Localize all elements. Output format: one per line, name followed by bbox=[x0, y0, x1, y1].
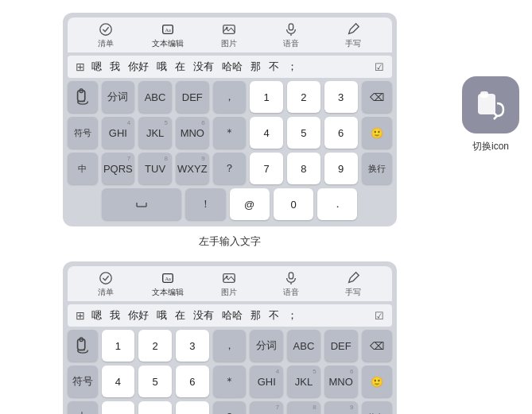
suggestion-check-lh[interactable]: ☑ bbox=[371, 59, 387, 75]
toolbar-item-image[interactable]: 图片 bbox=[212, 22, 247, 49]
rh-key-tuv[interactable]: 8TUV bbox=[287, 401, 320, 414]
suggestion-2-lh[interactable]: 你好 bbox=[128, 60, 149, 74]
rh-key-fenchi[interactable]: 分词 bbox=[250, 330, 283, 362]
rh-suggestion-check[interactable]: ☑ bbox=[371, 308, 387, 323]
suggestion-9-lh[interactable]: ； bbox=[287, 60, 297, 74]
lh-key-dot[interactable]: ． bbox=[317, 188, 357, 220]
toolbar-item-mic[interactable]: 语音 bbox=[274, 22, 309, 49]
rh-key-1[interactable]: 1 bbox=[102, 330, 135, 362]
rh-key-def[interactable]: DEF bbox=[324, 330, 358, 362]
rh-symbol-key[interactable]: 符号 bbox=[68, 366, 98, 397]
rh-key-jkl[interactable]: 5JKL bbox=[287, 366, 320, 397]
key-area-lh: 符号 中 分词 ABC DEF ， 1 bbox=[68, 81, 392, 220]
lh-key-return[interactable]: 换行 bbox=[362, 153, 392, 184]
lh-side-key-chinese[interactable]: 中 bbox=[68, 153, 98, 184]
rh-toolbar-mic[interactable]: 语音 bbox=[274, 271, 309, 298]
lh-key-def[interactable]: DEF bbox=[176, 81, 209, 113]
rh-chinese-key[interactable]: 中 bbox=[68, 401, 98, 414]
lh-side-key-clip[interactable] bbox=[68, 81, 98, 113]
lh-side-key-symbol[interactable]: 符号 bbox=[68, 117, 98, 149]
lh-key-7[interactable]: 7 bbox=[250, 153, 283, 184]
lh-key-delete[interactable]: ⌫ bbox=[362, 81, 392, 113]
rh-key-emoji[interactable]: 🙂 bbox=[362, 366, 392, 397]
rh-suggestion-8[interactable]: 不 bbox=[269, 308, 279, 323]
suggestion-4-lh[interactable]: 在 bbox=[175, 60, 185, 74]
switch-label: 切换icon bbox=[472, 140, 509, 153]
lh-key-abc[interactable]: ABC bbox=[138, 81, 172, 113]
toolbar-item-pen[interactable]: 手写 bbox=[336, 22, 371, 49]
rh-key-7[interactable]: 7 bbox=[102, 401, 135, 414]
lh-key-fenchi[interactable]: 分词 bbox=[102, 81, 135, 113]
grid-icon-lh[interactable]: ⊞ bbox=[72, 59, 88, 75]
rh-toolbar-text[interactable]: Aa 文本编辑 bbox=[150, 271, 185, 298]
rh-key-ghi[interactable]: 4GHI bbox=[250, 366, 283, 397]
rh-suggestion-5[interactable]: 没有 bbox=[193, 308, 214, 323]
suggestion-3-lh[interactable]: 哦 bbox=[157, 60, 167, 74]
lh-key-exclaim[interactable]: ！ bbox=[185, 188, 225, 220]
rh-key-return[interactable]: 换行 bbox=[362, 401, 392, 414]
lh-key-emoji[interactable]: 🙂 bbox=[362, 117, 392, 149]
lh-key-2[interactable]: 2 bbox=[287, 81, 320, 113]
suggestion-5-lh[interactable]: 没有 bbox=[193, 60, 214, 74]
rh-suggestion-3[interactable]: 哦 bbox=[157, 308, 167, 323]
rh-suggestion-7[interactable]: 那 bbox=[250, 308, 261, 323]
lh-key-jkl[interactable]: 5JKL bbox=[138, 117, 172, 149]
lh-key-0[interactable]: 0 bbox=[274, 188, 313, 220]
rh-key-8[interactable]: 8 bbox=[138, 401, 172, 414]
toolbar-rh: 清单 Aa 文本编辑 图片 bbox=[68, 266, 392, 301]
suggestion-bar-rh: ⊞ 嗯 我 你好 哦 在 没有 哈哈 那 不 ； ☑ bbox=[68, 304, 392, 327]
grid-icon-rh[interactable]: ⊞ bbox=[72, 308, 88, 323]
rh-key-mno[interactable]: 6MNO bbox=[324, 366, 358, 397]
rh-suggestion-9[interactable]: ； bbox=[287, 308, 297, 323]
rh-key-star[interactable]: ＊ bbox=[213, 366, 247, 397]
lh-key-3[interactable]: 3 bbox=[324, 81, 358, 113]
suggestion-6-lh[interactable]: 哈哈 bbox=[222, 60, 243, 74]
lh-key-comma[interactable]: ， bbox=[213, 81, 247, 113]
suggestion-1-lh[interactable]: 我 bbox=[110, 60, 120, 74]
rh-key-question[interactable]: ？ bbox=[213, 401, 247, 414]
lh-key-question[interactable]: ？ bbox=[213, 153, 247, 184]
left-keyboard-wrapper: 清单 Aa 文本编辑 图片 bbox=[63, 13, 397, 226]
rh-key-pqrs[interactable]: 7PQRS bbox=[250, 401, 283, 414]
rh-clip-key[interactable] bbox=[68, 330, 98, 362]
rh-toolbar-pen[interactable]: 手写 bbox=[336, 271, 371, 298]
rh-key-4[interactable]: 4 bbox=[102, 366, 135, 397]
rh-key-comma[interactable]: ， bbox=[213, 330, 247, 362]
lh-key-1[interactable]: 1 bbox=[250, 81, 283, 113]
rh-key-wxyz[interactable]: 9WXYZ bbox=[324, 401, 358, 414]
lh-key-pqrs[interactable]: 7PQRS bbox=[102, 153, 135, 184]
lh-key-star[interactable]: ＊ bbox=[213, 117, 247, 149]
lh-key-ghi[interactable]: 4GHI bbox=[102, 117, 135, 149]
rh-key-9[interactable]: 9 bbox=[176, 401, 209, 414]
rh-suggestion-6[interactable]: 哈哈 bbox=[222, 308, 243, 323]
lh-key-6[interactable]: 6 bbox=[324, 117, 358, 149]
toolbar-item-text[interactable]: Aa 文本编辑 bbox=[150, 22, 185, 49]
lh-key-5[interactable]: 5 bbox=[287, 117, 320, 149]
toolbar-item-checklist[interactable]: 清单 bbox=[88, 22, 123, 49]
rh-key-6[interactable]: 6 bbox=[176, 366, 209, 397]
lh-key-9[interactable]: 9 bbox=[324, 153, 358, 184]
rh-suggestion-1[interactable]: 我 bbox=[110, 308, 120, 323]
lh-key-wxyz[interactable]: 9WXYZ bbox=[176, 153, 209, 184]
lh-key-mno[interactable]: 6MNO bbox=[176, 117, 209, 149]
rh-toolbar-image[interactable]: 图片 bbox=[212, 271, 247, 298]
rh-toolbar-checklist[interactable]: 清单 bbox=[88, 271, 123, 298]
rh-key-3[interactable]: 3 bbox=[176, 330, 209, 362]
switch-icon-box[interactable] bbox=[462, 76, 519, 133]
suggestion-0-lh[interactable]: 嗯 bbox=[91, 60, 102, 74]
rh-suggestion-0[interactable]: 嗯 bbox=[91, 308, 102, 323]
suggestion-7-lh[interactable]: 那 bbox=[250, 60, 261, 74]
rh-key-abc[interactable]: ABC bbox=[287, 330, 320, 362]
rh-suggestion-2[interactable]: 你好 bbox=[128, 308, 149, 323]
lh-key-at[interactable]: @ bbox=[230, 188, 270, 220]
toolbar-text-label: 文本编辑 bbox=[152, 38, 184, 49]
rh-key-2[interactable]: 2 bbox=[138, 330, 172, 362]
lh-key-8[interactable]: 8 bbox=[287, 153, 320, 184]
suggestion-8-lh[interactable]: 不 bbox=[269, 60, 279, 74]
lh-key-space[interactable] bbox=[102, 188, 182, 220]
rh-key-delete[interactable]: ⌫ bbox=[362, 330, 392, 362]
rh-key-5[interactable]: 5 bbox=[138, 366, 172, 397]
rh-suggestion-4[interactable]: 在 bbox=[175, 308, 185, 323]
lh-key-tuv[interactable]: 8TUV bbox=[138, 153, 172, 184]
lh-key-4[interactable]: 4 bbox=[250, 117, 283, 149]
